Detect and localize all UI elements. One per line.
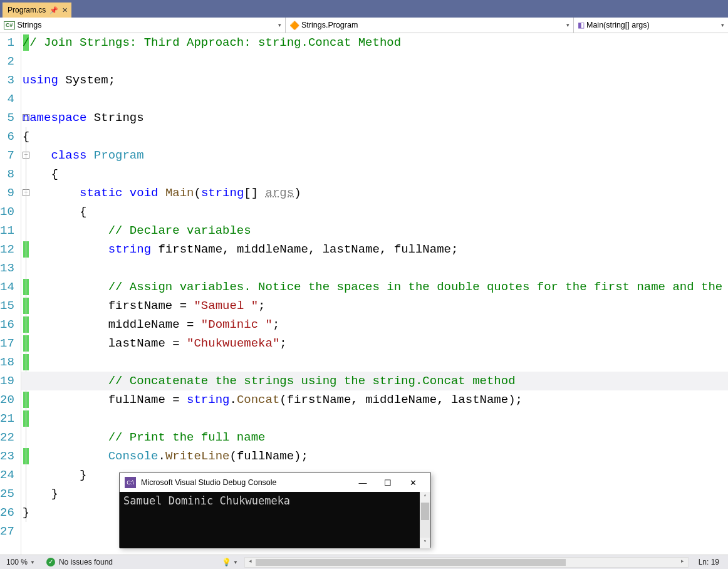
ok-check-icon: ✓ — [46, 558, 55, 566]
line-number: 22 — [0, 428, 14, 447]
code-line[interactable]: using System; — [21, 71, 728, 90]
code-line[interactable]: firstName = "Samuel "; — [21, 296, 728, 315]
chevron-down-icon: ▾ — [566, 22, 569, 28]
scroll-up-icon[interactable]: ˄ — [420, 492, 430, 503]
code-line[interactable]: // Assign variables. Notice the spaces i… — [21, 278, 728, 296]
line-number: 1 — [0, 33, 14, 52]
code-line[interactable]: // Print the full name — [21, 428, 728, 447]
line-number: 3 — [0, 71, 14, 90]
class-dropdown[interactable]: 🔶 Strings.Program ▾ — [286, 18, 574, 33]
lightbulb-dropdown[interactable]: 💡 ▼ — [222, 558, 238, 566]
scrollbar-thumb[interactable] — [256, 559, 566, 566]
file-tab[interactable]: Program.cs 📌 ✕ — [3, 3, 71, 18]
code-line[interactable]: lastName = "Chukwuemeka"; — [21, 334, 728, 353]
line-number: 8 — [0, 165, 14, 184]
horizontal-scrollbar[interactable]: ◂ ▸ — [244, 557, 689, 568]
scrollbar-thumb[interactable] — [421, 503, 429, 520]
code-line[interactable]: // Concatenate the strings using the str… — [21, 372, 728, 390]
statusbar: 100 % ▼ ✓ No issues found 💡 ▼ ◂ ▸ Ln: 19 — [0, 555, 728, 569]
method-icon: ◧ — [578, 21, 585, 29]
context-navbar: C# Strings ▾ 🔶 Strings.Program ▾ ◧ Main(… — [0, 18, 728, 33]
code-line[interactable]: class Program — [21, 146, 728, 165]
close-button[interactable]: ✕ — [400, 478, 425, 488]
line-number: 25 — [0, 484, 14, 503]
line-number: 9 — [0, 184, 14, 202]
minimize-button[interactable]: — — [350, 478, 375, 488]
class-icon: 🔶 — [289, 21, 299, 30]
line-number: 27 — [0, 522, 14, 541]
line-number: 17 — [0, 334, 14, 353]
line-number: 20 — [0, 390, 14, 409]
scope-dropdown[interactable]: C# Strings ▾ — [0, 18, 286, 33]
console-title: Microsoft Visual Studio Debug Console — [141, 478, 277, 487]
code-line[interactable]: middleName = "Dominic "; — [21, 315, 728, 334]
class-label: Strings.Program — [301, 21, 358, 29]
line-number: 6 — [0, 127, 14, 146]
chevron-down-icon: ▾ — [278, 22, 281, 28]
debug-console-window: C:\ Microsoft Visual Studio Debug Consol… — [119, 472, 431, 548]
line-indicator[interactable]: Ln: 19 — [695, 558, 728, 566]
scroll-down-icon[interactable]: ˅ — [420, 538, 430, 548]
code-line[interactable] — [21, 409, 728, 428]
pin-icon[interactable]: 📌 — [49, 6, 58, 14]
line-number: 13 — [0, 259, 14, 278]
line-number: 21 — [0, 409, 14, 428]
chevron-down-icon: ▼ — [30, 560, 35, 565]
file-tab-label: Program.cs — [8, 6, 46, 14]
line-number: 7 — [0, 146, 14, 165]
line-number: 2 — [0, 52, 14, 71]
line-number: 12 — [0, 240, 14, 259]
code-line[interactable]: // Declare variables — [21, 221, 728, 240]
scroll-left-icon[interactable]: ◂ — [245, 558, 256, 567]
code-line[interactable]: namespace Strings — [21, 108, 728, 127]
method-label: Main(string[] args) — [586, 21, 650, 29]
line-number: 19 — [0, 372, 14, 390]
code-line[interactable] — [21, 353, 728, 372]
code-line[interactable]: string firstName, middleName, lastName, … — [21, 240, 728, 259]
line-number: 23 — [0, 447, 14, 466]
maximize-button[interactable]: ☐ — [375, 478, 400, 488]
csharp-icon: C# — [4, 21, 15, 29]
zoom-control[interactable]: 100 % ▼ — [0, 558, 39, 566]
console-scrollbar[interactable]: ˄ ˅ — [420, 492, 430, 548]
code-line[interactable] — [21, 259, 728, 278]
code-line[interactable]: { — [21, 127, 728, 146]
line-number: 10 — [0, 202, 14, 221]
line-number: 4 — [0, 90, 14, 108]
code-line[interactable]: { — [21, 165, 728, 184]
line-number: 24 — [0, 466, 14, 484]
line-number: 15 — [0, 296, 14, 315]
code-line[interactable]: Console.WriteLine(fullName); — [21, 447, 728, 466]
code-line[interactable]: static void Main(string[] args) — [21, 184, 728, 202]
console-app-icon: C:\ — [125, 477, 136, 488]
line-number: 5 — [0, 108, 14, 127]
line-number: 11 — [0, 221, 14, 240]
console-titlebar[interactable]: C:\ Microsoft Visual Studio Debug Consol… — [120, 473, 430, 492]
method-dropdown[interactable]: ◧ Main(string[] args) ▾ — [574, 18, 728, 33]
close-icon[interactable]: ✕ — [62, 6, 68, 14]
code-line[interactable] — [21, 52, 728, 71]
code-line[interactable]: // Join Strings: Third Approach: string.… — [21, 33, 728, 52]
code-line[interactable]: { — [21, 202, 728, 221]
scroll-right-icon[interactable]: ▸ — [677, 558, 688, 567]
console-body[interactable]: Samuel Dominic Chukwuemeka ˄ ˅ — [120, 492, 430, 548]
code-line[interactable] — [21, 90, 728, 108]
line-number: 18 — [0, 353, 14, 372]
line-number: 16 — [0, 315, 14, 334]
zoom-value: 100 % — [6, 558, 28, 566]
chevron-down-icon: ▾ — [721, 22, 724, 28]
titlebar: Program.cs 📌 ✕ — [0, 0, 728, 18]
line-number-gutter: 1234567891011121314151617181920212223242… — [0, 33, 21, 555]
issues-status[interactable]: No issues found — [59, 558, 122, 566]
scope-label: Strings — [18, 21, 42, 29]
console-output: Samuel Dominic Chukwuemeka — [123, 494, 290, 507]
code-line[interactable]: fullName = string.Concat(firstName, midd… — [21, 390, 728, 409]
line-number: 26 — [0, 503, 14, 522]
line-number: 14 — [0, 278, 14, 296]
